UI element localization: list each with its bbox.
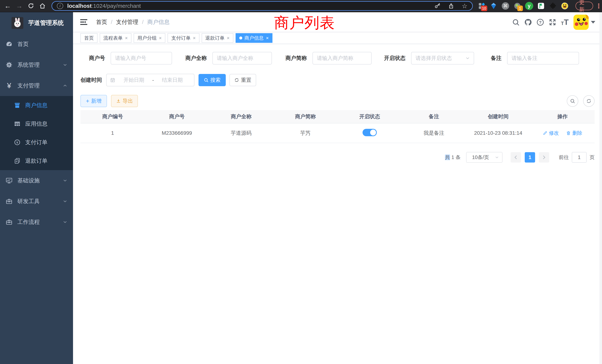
fullscreen-icon[interactable] bbox=[549, 18, 556, 26]
yen-icon: ¥ bbox=[5, 82, 13, 89]
tab-user-group[interactable]: 用户分组× bbox=[134, 33, 165, 43]
password-key-icon[interactable] bbox=[434, 3, 441, 9]
bookmark-star-icon[interactable]: ☆ bbox=[462, 2, 467, 10]
tab-refund-order[interactable]: 退款订单× bbox=[202, 33, 233, 43]
extension-command-icon[interactable]: ⌘ bbox=[501, 2, 509, 10]
full-name-input[interactable] bbox=[212, 52, 272, 64]
extension-y-icon[interactable]: y bbox=[525, 2, 533, 10]
browser-menu-icon[interactable]: ⋮ bbox=[595, 2, 602, 10]
page-number-button[interactable]: 1 bbox=[525, 152, 535, 162]
address-bar[interactable]: i localhost:1024/pay/merchant ☆ bbox=[52, 1, 473, 11]
prev-page-button[interactable] bbox=[511, 152, 521, 162]
sidebar-item-pay-order[interactable]: ¥ 支付订单 bbox=[0, 133, 73, 152]
sidebar-item-merchant-info[interactable]: 商户信息 bbox=[0, 96, 73, 115]
user-avatar[interactable] bbox=[573, 15, 589, 30]
close-icon[interactable]: × bbox=[227, 36, 230, 40]
help-icon[interactable]: ? bbox=[536, 18, 544, 26]
reset-label: 重置 bbox=[241, 76, 251, 84]
short-name-input[interactable] bbox=[312, 52, 372, 64]
search-button[interactable]: 搜索 bbox=[198, 74, 226, 86]
breadcrumb: 首页 / 支付管理 / 商户信息 bbox=[96, 18, 170, 26]
sidebar-item-home[interactable]: 首页 bbox=[0, 34, 73, 54]
next-page-button[interactable] bbox=[539, 152, 549, 162]
avatar-caret-down-icon[interactable] bbox=[591, 21, 595, 23]
extensions-row: 10 ⌘ 1 y bbox=[478, 2, 572, 10]
reset-button[interactable]: 重置 bbox=[229, 74, 256, 86]
export-button[interactable]: 导出 bbox=[111, 95, 138, 107]
delete-link[interactable]: 删除 bbox=[566, 130, 582, 136]
sidebar-item-infra[interactable]: 基础设施 bbox=[0, 170, 73, 191]
goto-page-input[interactable] bbox=[572, 152, 587, 163]
tab-home[interactable]: 首页 bbox=[80, 33, 97, 43]
create-time-range-picker[interactable]: 开始日期 - 结束日期 bbox=[106, 74, 194, 86]
sidebar: 芋道管理系统 首页 系统管理 ¥ 支付管理 bbox=[0, 12, 73, 364]
yen-glyph: ¥ bbox=[7, 82, 11, 89]
browser-forward-button[interactable]: → bbox=[14, 1, 24, 11]
browser-update-button[interactable]: 更新 bbox=[576, 2, 593, 10]
reload-icon bbox=[28, 3, 34, 9]
column-header: 商户编号 bbox=[80, 110, 145, 123]
cell-full-name: 芋道源码 bbox=[209, 123, 273, 143]
font-size-icon[interactable]: TT bbox=[561, 19, 569, 26]
page-content: 商户号 商户全称 商户简称 开启状态 请选择开启状态 备注 创建时间 bbox=[73, 44, 602, 163]
sidebar-item-refund-order[interactable]: 退款订单 bbox=[0, 152, 73, 170]
breadcrumb-home[interactable]: 首页 bbox=[96, 18, 107, 26]
toggle-search-button[interactable] bbox=[567, 95, 578, 107]
breadcrumb-separator: / bbox=[111, 19, 112, 25]
extension-emoji-icon[interactable] bbox=[561, 2, 569, 10]
merchant-table: 商户编号 商户号 商户全称 商户简称 开启状态 备注 创建时间 操作 1 M23… bbox=[80, 110, 595, 143]
page-size-select[interactable]: 10条/页 bbox=[466, 152, 503, 163]
column-header: 操作 bbox=[530, 110, 595, 123]
page-scrollbar[interactable] bbox=[599, 12, 602, 364]
sidebar-item-label: 商户信息 bbox=[25, 102, 47, 109]
extension-flag-icon[interactable] bbox=[537, 2, 545, 10]
merchant-no-input[interactable] bbox=[111, 52, 172, 64]
extensions-puzzle-icon[interactable] bbox=[549, 2, 557, 10]
close-icon[interactable]: × bbox=[159, 36, 162, 40]
extension-grid-icon[interactable]: 10 bbox=[478, 2, 486, 10]
status-toggle[interactable] bbox=[363, 129, 377, 136]
chevron-right-icon bbox=[542, 156, 545, 159]
command-glyph: ⌘ bbox=[503, 3, 508, 9]
sidebar-collapse-icon[interactable] bbox=[80, 18, 88, 26]
tab-label: 流程表单 bbox=[103, 35, 123, 41]
browser-home-button[interactable] bbox=[37, 1, 47, 11]
top-navbar: 首页 / 支付管理 / 商户信息 商户列表 ? TT bbox=[73, 12, 602, 32]
gear-icon bbox=[5, 61, 13, 68]
browser-back-button[interactable]: ← bbox=[3, 1, 13, 11]
sidebar-item-pay[interactable]: ¥ 支付管理 bbox=[0, 75, 73, 96]
sidebar-item-workflow[interactable]: 工作流程 bbox=[0, 212, 73, 232]
share-icon[interactable] bbox=[448, 3, 454, 9]
tab-merchant-info[interactable]: 商户信息× bbox=[236, 33, 272, 43]
cell-merchant-id: 1 bbox=[80, 123, 145, 143]
chevron-down-icon bbox=[495, 155, 499, 160]
extension-profile-icon[interactable]: 1 bbox=[513, 2, 521, 10]
tab-pay-order[interactable]: 支付订单× bbox=[168, 33, 199, 43]
sidebar-item-app-info[interactable]: 应用信息 bbox=[0, 115, 73, 133]
sidebar-item-system[interactable]: 系统管理 bbox=[0, 54, 73, 75]
svg-text:?: ? bbox=[539, 20, 542, 25]
search-icon[interactable] bbox=[512, 18, 520, 26]
remark-input[interactable] bbox=[507, 52, 579, 64]
close-icon[interactable]: × bbox=[266, 36, 269, 40]
add-button[interactable]: + 新增 bbox=[80, 95, 107, 107]
site-info-icon[interactable]: i bbox=[57, 3, 63, 9]
tab-label: 支付订单 bbox=[171, 35, 191, 41]
tab-process-form[interactable]: 流程表单× bbox=[100, 33, 131, 43]
filter-row-1: 商户号 商户全称 商户简称 开启状态 请选择开启状态 备注 bbox=[80, 52, 595, 64]
sidebar-item-label: 研发工具 bbox=[17, 198, 40, 205]
toolbox-icon bbox=[5, 198, 13, 205]
extension-gem-icon[interactable] bbox=[490, 2, 498, 10]
chevron-left-icon bbox=[515, 156, 518, 159]
browser-reload-button[interactable] bbox=[26, 1, 36, 11]
refresh-table-button[interactable] bbox=[583, 95, 595, 107]
browser-toolbar: ← → i localhost:1024/pay/merchant ☆ bbox=[0, 0, 602, 12]
breadcrumb-pay[interactable]: 支付管理 bbox=[116, 18, 138, 26]
close-icon[interactable]: × bbox=[193, 36, 195, 40]
status-select[interactable]: 请选择开启状态 bbox=[411, 52, 474, 64]
github-icon[interactable] bbox=[524, 18, 532, 26]
document-copy-icon bbox=[13, 158, 21, 164]
sidebar-item-dev-tools[interactable]: 研发工具 bbox=[0, 191, 73, 212]
close-icon[interactable]: × bbox=[125, 36, 128, 40]
edit-link[interactable]: 修改 bbox=[543, 130, 559, 136]
